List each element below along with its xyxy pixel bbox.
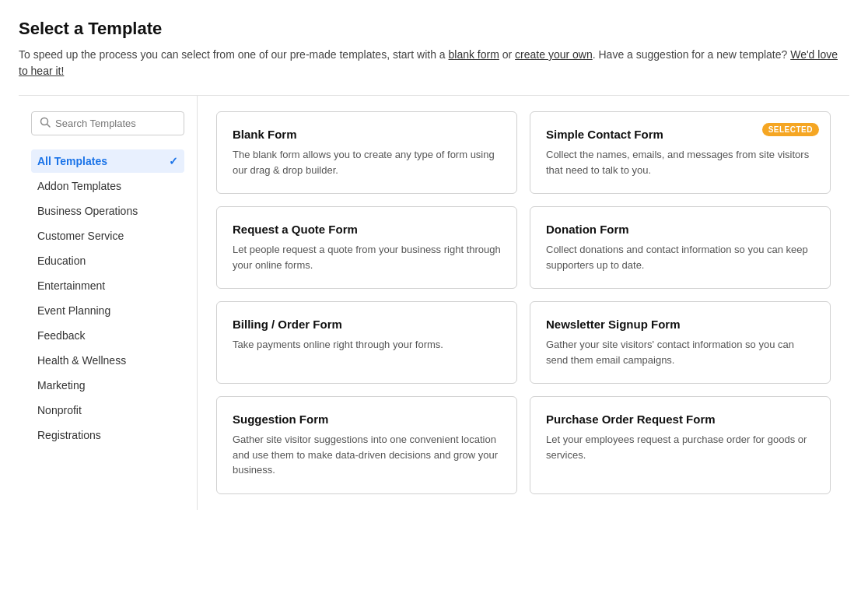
sidebar-label-addon: Addon Templates [37, 180, 121, 192]
template-desc-simple-contact: Collect the names, emails, and messages … [546, 147, 814, 177]
template-title-suggestion-form: Suggestion Form [233, 413, 501, 426]
template-card-blank-form[interactable]: Blank FormThe blank form allows you to c… [216, 111, 517, 194]
sidebar-item-registrations[interactable]: Registrations [31, 423, 184, 447]
sidebar-label-customer: Customer Service [37, 230, 124, 242]
search-box[interactable] [31, 111, 184, 135]
selected-badge: SELECTED [762, 123, 819, 136]
template-title-billing-form: Billing / Order Form [233, 318, 501, 331]
sidebar-item-customer[interactable]: Customer Service [31, 224, 184, 248]
template-card-purchase-order[interactable]: Purchase Order Request FormLet your empl… [530, 396, 831, 494]
sidebar-label-entertainment: Entertainment [37, 279, 105, 292]
template-card-suggestion-form[interactable]: Suggestion FormGather site visitor sugge… [216, 396, 517, 494]
sidebar-link-health[interactable]: Health & Wellness [31, 349, 184, 372]
sidebar-link-registrations[interactable]: Registrations [31, 423, 184, 447]
sidebar-label-all: All Templates [37, 155, 107, 167]
sidebar-link-event[interactable]: Event Planning [31, 299, 184, 322]
page-container: Select a Template To speed up the proces… [0, 0, 868, 510]
templates-grid: Blank FormThe blank form allows you to c… [216, 111, 831, 494]
template-desc-donation-form: Collect donations and contact informatio… [546, 242, 814, 272]
page-title: Select a Template [19, 19, 849, 39]
template-card-newsletter-form[interactable]: Newsletter Signup FormGather your site v… [530, 301, 831, 384]
sidebar-link-nonprofit[interactable]: Nonprofit [31, 399, 184, 422]
templates-area: Blank FormThe blank form allows you to c… [198, 96, 849, 510]
template-title-donation-form: Donation Form [546, 223, 814, 236]
sidebar-item-nonprofit[interactable]: Nonprofit [31, 399, 184, 422]
blank-form-link[interactable]: blank form [449, 48, 499, 61]
sidebar-link-marketing[interactable]: Marketing [31, 374, 184, 397]
sidebar-link-entertainment[interactable]: Entertainment [31, 274, 184, 297]
sidebar-item-feedback[interactable]: Feedback [31, 324, 184, 347]
sidebar-link-addon[interactable]: Addon Templates [31, 174, 184, 198]
sidebar-label-event: Event Planning [37, 304, 110, 317]
template-desc-purchase-order: Let your employees request a purchase or… [546, 432, 814, 462]
template-card-donation-form[interactable]: Donation FormCollect donations and conta… [530, 206, 831, 289]
sidebar-label-registrations: Registrations [37, 429, 101, 441]
sidebar-link-customer[interactable]: Customer Service [31, 224, 184, 248]
template-title-blank-form: Blank Form [233, 128, 501, 141]
template-desc-newsletter-form: Gather your site visitors' contact infor… [546, 337, 814, 367]
check-icon: ✓ [169, 155, 178, 167]
sidebar-item-entertainment[interactable]: Entertainment [31, 274, 184, 297]
sidebar-item-marketing[interactable]: Marketing [31, 374, 184, 397]
create-own-link[interactable]: create your own [515, 48, 593, 61]
svg-line-1 [47, 125, 51, 128]
sidebar-link-education[interactable]: Education [31, 249, 184, 272]
sidebar-label-health: Health & Wellness [37, 354, 126, 367]
sidebar-item-addon[interactable]: Addon Templates [31, 174, 184, 198]
sidebar-link-business[interactable]: Business Operations [31, 199, 184, 223]
page-subtitle: To speed up the process you can select f… [19, 47, 849, 79]
template-desc-billing-form: Take payments online right through your … [233, 337, 501, 353]
template-title-purchase-order: Purchase Order Request Form [546, 413, 814, 426]
template-card-quote-form[interactable]: Request a Quote FormLet people request a… [216, 206, 517, 289]
search-icon [40, 117, 51, 130]
template-title-quote-form: Request a Quote Form [233, 223, 501, 236]
sidebar-link-all[interactable]: All Templates✓ [31, 149, 184, 173]
search-input[interactable] [55, 118, 176, 129]
sidebar-link-feedback[interactable]: Feedback [31, 324, 184, 347]
sidebar-label-feedback: Feedback [37, 329, 85, 342]
sidebar-nav: All Templates✓Addon TemplatesBusiness Op… [31, 149, 184, 447]
main-layout: All Templates✓Addon TemplatesBusiness Op… [19, 96, 849, 510]
template-title-newsletter-form: Newsletter Signup Form [546, 318, 814, 331]
sidebar-item-event[interactable]: Event Planning [31, 299, 184, 322]
sidebar-item-health[interactable]: Health & Wellness [31, 349, 184, 372]
template-desc-quote-form: Let people request a quote from your bus… [233, 242, 501, 272]
template-card-simple-contact[interactable]: SELECTEDSimple Contact FormCollect the n… [530, 111, 831, 194]
sidebar-item-business[interactable]: Business Operations [31, 199, 184, 223]
template-desc-blank-form: The blank form allows you to create any … [233, 147, 501, 177]
sidebar-item-all[interactable]: All Templates✓ [31, 149, 184, 173]
sidebar: All Templates✓Addon TemplatesBusiness Op… [19, 96, 198, 510]
sidebar-label-education: Education [37, 255, 86, 267]
sidebar-label-business: Business Operations [37, 205, 138, 217]
sidebar-label-nonprofit: Nonprofit [37, 404, 82, 416]
sidebar-label-marketing: Marketing [37, 379, 85, 392]
template-card-billing-form[interactable]: Billing / Order FormTake payments online… [216, 301, 517, 384]
sidebar-item-education[interactable]: Education [31, 249, 184, 272]
template-desc-suggestion-form: Gather site visitor suggestions into one… [233, 432, 501, 478]
